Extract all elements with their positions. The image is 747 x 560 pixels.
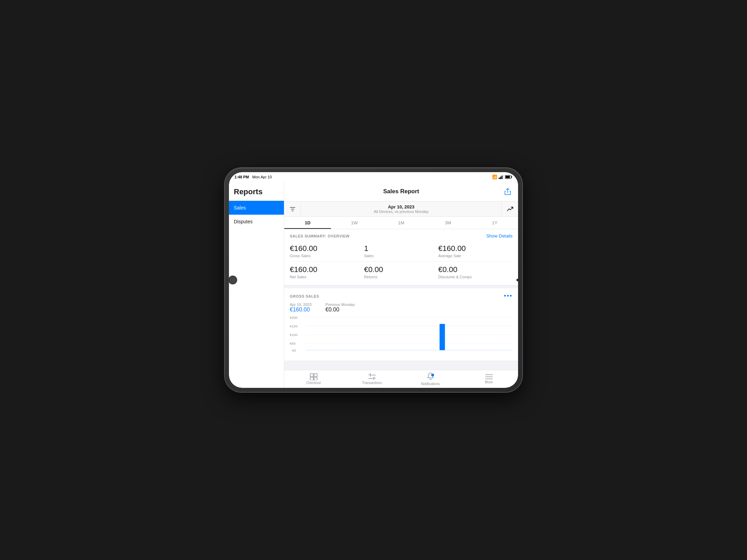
svg-text:€200: €200	[290, 316, 297, 319]
summary-item-returns: €0.00 Returns	[364, 262, 439, 282]
sales-count-value: 1	[364, 244, 439, 253]
signal-icon	[499, 175, 504, 179]
sales-summary-title: SALES SUMMARY: OVERVIEW	[290, 234, 350, 238]
svg-rect-3	[503, 175, 504, 179]
tab-more[interactable]: More	[460, 373, 518, 385]
period-tabs: 1D 1W 1M 3M 1Y	[284, 217, 518, 229]
chart-current-data: Apr 10, 2023 €160.00	[290, 302, 312, 313]
filter-bar: Apr 10, 2023 All Devices, vs previous Mo…	[284, 202, 518, 217]
gross-sales-value: €160.00	[290, 244, 364, 253]
tab-1m[interactable]: 1M	[378, 217, 424, 229]
svg-rect-21	[440, 324, 445, 350]
svg-text:€0: €0	[292, 348, 296, 352]
gross-sales-label: Gross Sales	[290, 254, 364, 258]
section-header: SALES SUMMARY: OVERVIEW Show Details	[284, 229, 518, 241]
ipad-device: 1:48 PM Mon Apr 10 📶	[225, 168, 522, 392]
chart-data-row: Apr 10, 2023 €160.00 Previous Monday €0.…	[284, 302, 518, 316]
svg-text:€50: €50	[290, 342, 296, 345]
svg-text:€150: €150	[290, 324, 297, 328]
status-icons: 📶	[492, 175, 513, 179]
svg-rect-0	[499, 178, 500, 179]
main-header: Sales Report	[284, 182, 518, 202]
app-content: Reports Sales Disputes Sales Report	[229, 182, 518, 388]
chart-previous-label: Previous Monday	[325, 302, 355, 307]
status-time: 1:48 PM	[234, 175, 249, 179]
svg-rect-1	[500, 177, 501, 179]
avg-sale-value: €160.00	[438, 244, 513, 253]
sales-summary-card: SALES SUMMARY: OVERVIEW Show Details €16…	[284, 229, 518, 286]
summary-item-discounts: €0.00 Discounts & Comps	[438, 262, 513, 282]
transactions-icon	[368, 373, 376, 380]
tab-transactions[interactable]: Transactions	[343, 372, 401, 386]
main-title: Sales Report	[299, 188, 503, 195]
screen: 1:48 PM Mon Apr 10 📶	[229, 172, 518, 388]
chart-previous-data: Previous Monday €0.00	[325, 302, 355, 313]
avg-sale-label: Average Sale	[438, 254, 513, 258]
wifi-icon: 📶	[492, 175, 497, 179]
gross-sales-chart-card: GROSS SALES ••• Apr 10, 2023 €160.00 Pre…	[284, 288, 518, 361]
chart-header: GROSS SALES •••	[284, 288, 518, 302]
sidebar-title: Reports	[229, 182, 284, 201]
tab-1w[interactable]: 1W	[331, 217, 378, 229]
svg-rect-24	[310, 377, 313, 380]
returns-label: Returns	[364, 275, 439, 279]
camera-dot	[516, 279, 518, 281]
sales-count-label: Sales	[364, 254, 439, 258]
filter-date-main: Apr 10, 2023	[301, 204, 501, 209]
summary-item-gross-sales: €160.00 Gross Sales	[290, 241, 364, 262]
chart-more-button[interactable]: •••	[504, 292, 513, 300]
svg-rect-6	[506, 176, 510, 178]
filter-date-sub: All Devices, vs previous Monday	[301, 209, 501, 214]
chart-svg-wrapper: €200 €150 €100 €50 €0	[284, 316, 518, 361]
chart-current-value: €160.00	[290, 307, 312, 313]
svg-rect-25	[314, 377, 317, 380]
show-details-button[interactable]: Show Details	[486, 233, 513, 239]
tab-checkout[interactable]: Checkout	[284, 372, 343, 386]
net-sales-label: Net Sales	[290, 275, 364, 279]
ipad-screen: 1:48 PM Mon Apr 10 📶	[229, 172, 518, 388]
content-scroll[interactable]: SALES SUMMARY: OVERVIEW Show Details €16…	[284, 229, 518, 370]
tab-3m[interactable]: 3M	[425, 217, 471, 229]
main-panel: Sales Report	[284, 182, 518, 388]
tab-bar: Checkout Transactions	[284, 370, 518, 388]
checkout-label: Checkout	[306, 381, 321, 385]
sidebar-item-sales[interactable]: Sales	[229, 201, 284, 215]
sidebar-item-disputes[interactable]: Disputes	[229, 215, 284, 228]
filter-date-info[interactable]: Apr 10, 2023 All Devices, vs previous Mo…	[301, 202, 501, 216]
svg-rect-22	[310, 374, 313, 377]
tab-notifications[interactable]: Notifications	[401, 371, 460, 387]
battery-icon	[505, 175, 513, 179]
share-button[interactable]	[503, 187, 513, 196]
gross-sales-chart-svg: €200 €150 €100 €50 €0	[290, 316, 513, 354]
svg-rect-2	[501, 176, 502, 179]
chart-title: GROSS SALES	[290, 294, 319, 298]
notification-badge	[431, 374, 434, 376]
discounts-label: Discounts & Comps	[438, 275, 513, 279]
svg-rect-23	[314, 374, 317, 377]
discounts-value: €0.00	[438, 265, 513, 274]
svg-rect-5	[511, 176, 512, 178]
net-sales-value: €160.00	[290, 265, 364, 274]
summary-item-avg-sale: €160.00 Average Sale	[438, 241, 513, 262]
summary-item-net-sales: €160.00 Net Sales	[290, 262, 364, 282]
summary-item-sales-count: 1 Sales	[364, 241, 439, 262]
transactions-label: Transactions	[362, 381, 382, 385]
returns-value: €0.00	[364, 265, 439, 274]
summary-grid: €160.00 Gross Sales 1 Sales €160.00 Aver…	[284, 241, 518, 285]
tab-1y[interactable]: 1Y	[471, 217, 518, 229]
trend-icon-button[interactable]	[501, 203, 518, 216]
more-label: More	[485, 380, 493, 384]
checkout-icon	[310, 373, 317, 380]
status-bar: 1:48 PM Mon Apr 10 📶	[229, 172, 518, 182]
chart-current-date: Apr 10, 2023	[290, 302, 312, 307]
status-date: Mon Apr 10	[252, 175, 272, 179]
tab-1d[interactable]: 1D	[284, 217, 331, 229]
svg-text:€100: €100	[290, 333, 297, 336]
sidebar: Reports Sales Disputes	[229, 182, 284, 388]
filter-icon-button[interactable]	[284, 203, 301, 215]
notifications-label: Notifications	[421, 382, 440, 386]
chart-previous-value: €0.00	[325, 307, 355, 313]
more-icon	[485, 374, 493, 380]
